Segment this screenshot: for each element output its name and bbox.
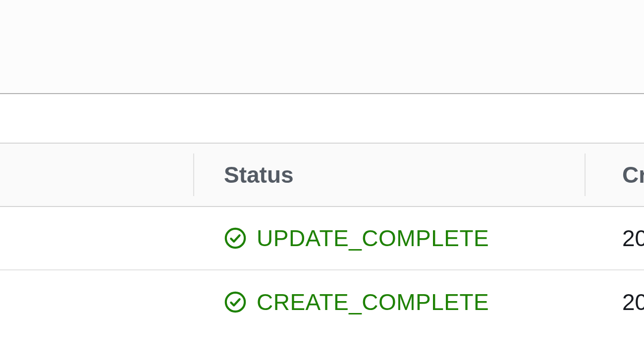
stacks-table: Status Cr UPDATE_COMPLETE 20 bbox=[0, 144, 644, 362]
status-text: UPDATE_COMPLETE bbox=[257, 225, 489, 252]
created-text: 20 bbox=[622, 225, 644, 252]
filter-band bbox=[0, 94, 644, 144]
column-header-status-label: Status bbox=[224, 161, 294, 188]
status-text: CREATE_COMPLETE bbox=[257, 289, 489, 315]
status-cell: CREATE_COMPLETE bbox=[193, 289, 585, 315]
svg-point-1 bbox=[226, 293, 245, 311]
status-cell: UPDATE_COMPLETE bbox=[193, 225, 585, 252]
created-text: 20 bbox=[622, 289, 644, 315]
page-container: Status Cr UPDATE_COMPLETE 20 bbox=[0, 0, 644, 362]
check-circle-icon bbox=[224, 291, 247, 313]
created-cell: 20 bbox=[585, 289, 644, 315]
column-header-status[interactable]: Status bbox=[193, 144, 585, 206]
column-header-created-label: Cr bbox=[622, 161, 644, 188]
top-blank-region bbox=[0, 0, 644, 94]
table-header-spacer bbox=[0, 144, 193, 206]
table-row[interactable]: CREATE_COMPLETE 20 bbox=[0, 270, 644, 334]
column-header-created[interactable]: Cr bbox=[585, 144, 644, 206]
created-cell: 20 bbox=[585, 225, 644, 252]
table-row[interactable]: UPDATE_COMPLETE 20 bbox=[0, 207, 644, 270]
check-circle-icon bbox=[224, 227, 247, 250]
table-header-row: Status Cr bbox=[0, 144, 644, 207]
svg-point-0 bbox=[226, 229, 245, 248]
